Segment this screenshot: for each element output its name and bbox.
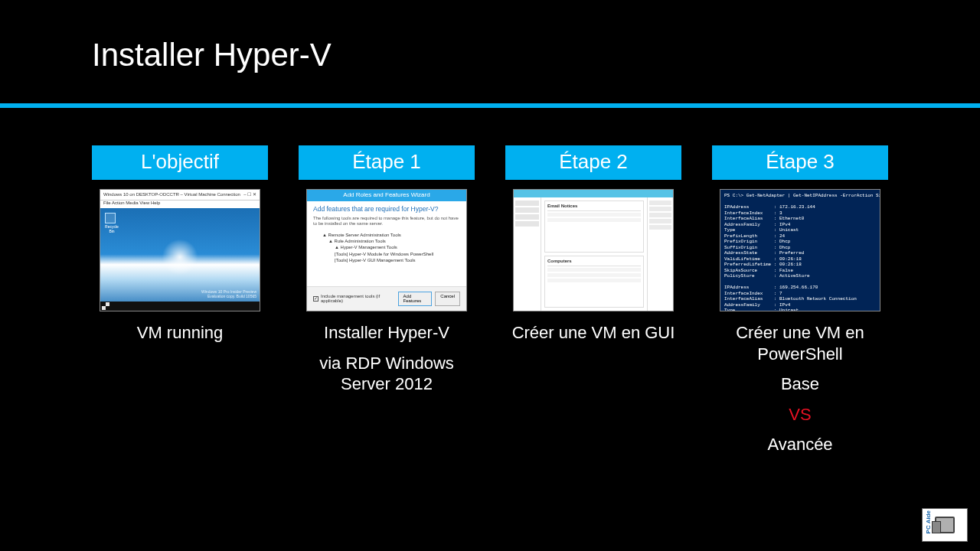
caption-step3-line4: Avancée (712, 434, 888, 455)
gui-actions-pane (647, 197, 673, 311)
watermark-label: PC Aide (925, 510, 932, 533)
include-tools-checkbox[interactable]: ✓ Include management tools (if applicabl… (313, 294, 398, 304)
add-features-button[interactable]: Add Features (398, 292, 433, 306)
caption-step3-line2: Base (712, 373, 888, 395)
list-row (547, 273, 641, 277)
ps-output-block: IPAddress : 172.16.23.144 InterfaceIndex… (724, 204, 815, 279)
wizard-footer: ✓ Include management tools (if applicabl… (307, 286, 466, 311)
gui-panel: Computers (544, 256, 644, 308)
slide: Installer Hyper-V L'objectif Windows 10 … (0, 0, 980, 551)
wizard-body: Add features that are required for Hyper… (307, 201, 466, 286)
action-item (649, 219, 671, 223)
gui-body: Email Notices Computers (514, 197, 673, 311)
pc-tower-icon (935, 517, 955, 533)
cancel-button[interactable]: Cancel (435, 292, 460, 306)
nav-item (515, 221, 539, 227)
wizard-description: The following tools are required to mana… (313, 216, 460, 227)
window-controls-icon: – ☐ ✕ (243, 192, 256, 197)
wizard-question: Add features that are required for Hyper… (313, 206, 460, 213)
window-titlebar (514, 190, 673, 197)
nav-item (515, 214, 539, 220)
wizard-buttons: Add Features Cancel (398, 292, 460, 306)
column-step1: Étape 1 Add Roles and Features Wizard Ad… (299, 145, 475, 455)
caption-step1: Installer Hyper-V via RDP Windows Server… (299, 322, 475, 395)
pc-aide-watermark: PC Aide (922, 508, 968, 542)
tree-item: [Tools] Hyper-V Module for Windows Power… (316, 251, 460, 257)
accent-bar (0, 103, 980, 108)
column-header-step1: Étape 1 (299, 145, 475, 180)
columns-row: L'objectif Windows 10 on DESKTOP-ODCCTR … (92, 145, 888, 455)
screenshot-powershell: PS C:\> Get-NetAdapter | Get-NetIPAddres… (720, 189, 880, 311)
insider-watermark: Windows 10 Pro Insider Preview Evaluatio… (201, 290, 256, 298)
caption-step3-vs: VS (712, 404, 888, 425)
recycle-bin-icon: Recycle Bin (105, 213, 119, 230)
tree-item: [Tools] Hyper-V GUI Management Tools (316, 257, 460, 263)
caption-objective-line1: VM running (137, 323, 224, 342)
start-button-icon (102, 302, 109, 310)
thumb-wrap-0: Windows 10 on DESKTOP-ODCCTR – Virtual M… (92, 180, 268, 322)
thumb-wrap-2: Email Notices Computers (505, 180, 681, 322)
panel-header: Email Notices (547, 204, 641, 211)
vm-menubar: File Action Media View Help (100, 201, 260, 208)
caption-objective: VM running (137, 322, 224, 344)
action-item (649, 207, 671, 211)
tree-item: ▲ Role Administration Tools (316, 238, 460, 244)
caption-step2-line1: Créer une VM en GUI (512, 323, 675, 342)
wizard-titlebar: Add Roles and Features Wizard (307, 190, 466, 201)
gui-panel: Email Notices (544, 201, 644, 253)
panel-header: Computers (547, 259, 641, 266)
caption-step1-line2: via RDP Windows Server 2012 (299, 353, 475, 395)
column-objective: L'objectif Windows 10 on DESKTOP-ODCCTR … (92, 145, 268, 455)
screenshot-hyperv-gui: Email Notices Computers (513, 189, 674, 311)
vm-window-title: Windows 10 on DESKTOP-ODCCTR – Virtual M… (103, 192, 240, 197)
caption-step3: Créer une VM en PowerShell Base VS Avanc… (712, 322, 888, 455)
thumb-wrap-1: Add Roles and Features Wizard Add featur… (299, 180, 475, 322)
tree-item: ▲ Hyper-V Management Tools (316, 244, 460, 250)
slide-title: Installer Hyper-V (92, 37, 332, 73)
caption-step1-line1: Installer Hyper-V (324, 323, 449, 342)
gui-main: Email Notices Computers (541, 197, 647, 311)
column-step3: Étape 3 PS C:\> Get-NetAdapter | Get-Net… (712, 145, 888, 455)
vm-window-titlebar: Windows 10 on DESKTOP-ODCCTR – Virtual M… (100, 190, 260, 201)
vm-desktop: Recycle Bin Windows 10 Pro Insider Previ… (100, 208, 260, 311)
list-row (547, 218, 641, 222)
insider-line2: Evaluation copy. Build 10565 (201, 295, 256, 299)
screenshot-vm-running: Windows 10 on DESKTOP-ODCCTR – Virtual M… (100, 189, 260, 311)
list-row (547, 213, 641, 217)
column-header-objective: L'objectif (92, 145, 268, 180)
action-item (649, 201, 671, 205)
column-header-step2: Étape 2 (505, 145, 681, 180)
checkbox-label: Include management tools (if applicable) (321, 294, 398, 304)
caption-step3-line1: Créer une VM en PowerShell (736, 323, 864, 364)
action-item (649, 213, 671, 217)
nav-item (515, 201, 539, 206)
gui-left-nav (514, 197, 541, 311)
tree-item: ▲ Remote Server Administration Tools (316, 232, 460, 238)
list-row (547, 268, 641, 272)
ps-output-block: IPAddress : 169.254.66.170 InterfaceInde… (724, 285, 865, 311)
screenshot-add-roles-wizard: Add Roles and Features Wizard Add featur… (306, 189, 467, 311)
action-item (649, 225, 671, 230)
caption-step2: Créer une VM en GUI (512, 322, 675, 344)
column-step2: Étape 2 Email Notices (505, 145, 681, 455)
checkbox-icon: ✓ (313, 296, 318, 302)
thumb-wrap-3: PS C:\> Get-NetAdapter | Get-NetIPAddres… (712, 180, 888, 322)
taskbar (100, 302, 260, 311)
nav-item (515, 207, 539, 213)
wizard-feature-tree: ▲ Remote Server Administration Tools ▲ R… (313, 232, 460, 264)
recycle-bin-label: Recycle Bin (105, 225, 119, 233)
ps-prompt: PS C:\> Get-NetAdapter | Get-NetIPAddres… (724, 193, 880, 198)
column-header-step3: Étape 3 (712, 145, 888, 180)
list-row (547, 279, 641, 282)
